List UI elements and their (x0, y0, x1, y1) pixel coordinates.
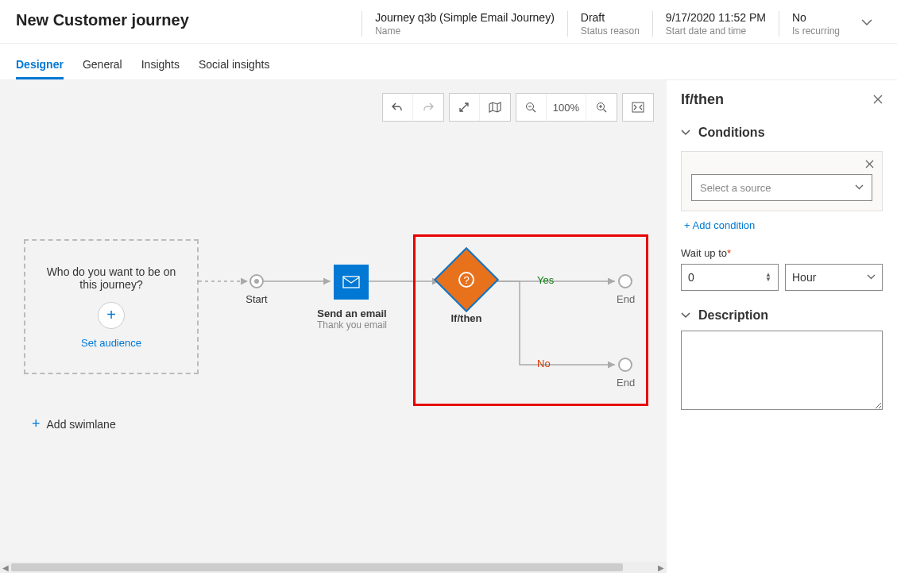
scroll-left-icon[interactable]: ◀ (0, 562, 11, 573)
properties-panel: If/then Conditions Select a source + Add… (667, 80, 897, 573)
condition-card: Select a source (681, 151, 883, 211)
header-field-recurring[interactable]: No Is recurring (779, 11, 853, 37)
start-node[interactable] (249, 274, 264, 288)
email-icon (342, 276, 360, 288)
condition-remove-button[interactable] (865, 158, 874, 171)
number-spinner[interactable]: ▲▼ (765, 273, 771, 282)
designer-canvas[interactable]: 100% Who do you want to be on this journ… (0, 80, 667, 573)
fit-to-screen-button[interactable] (623, 94, 653, 121)
chevron-down-icon (867, 271, 876, 284)
scroll-thumb[interactable] (11, 563, 623, 571)
header-field-name[interactable]: Journey q3b (Simple Email Journey) Name (362, 11, 567, 37)
end-node-no[interactable] (618, 358, 632, 372)
end-label-no: End (617, 377, 635, 389)
fullscreen-button[interactable] (450, 94, 480, 121)
description-section-toggle[interactable]: Description (681, 308, 883, 323)
header-expand-button[interactable] (853, 11, 881, 36)
svg-rect-3 (343, 277, 359, 288)
description-textarea[interactable] (681, 331, 883, 410)
tab-insights[interactable]: Insights (141, 52, 180, 79)
zoom-in-button[interactable] (586, 94, 617, 121)
wait-up-to-label: Wait up to* (681, 247, 883, 259)
panel-close-button[interactable] (873, 93, 883, 107)
tab-social-insights[interactable]: Social insights (199, 52, 270, 79)
canvas-toolbar: 100% (382, 93, 654, 122)
set-audience-link[interactable]: Set audience (81, 337, 141, 349)
map-button[interactable] (480, 94, 510, 121)
conditions-section-toggle[interactable]: Conditions (681, 126, 883, 140)
start-label: Start (241, 293, 273, 305)
add-audience-button[interactable]: + (98, 302, 125, 329)
add-condition-link[interactable]: + Add condition (681, 219, 883, 231)
scroll-right-icon[interactable]: ▶ (655, 562, 667, 573)
branch-yes-label: Yes (537, 274, 554, 286)
audience-prompt: Who do you want to be on this journey? (25, 265, 197, 291)
send-email-tile[interactable] (334, 265, 369, 300)
select-source-dropdown[interactable]: Select a source (691, 174, 872, 201)
chevron-down-icon (681, 311, 690, 320)
chevron-down-icon (681, 128, 690, 137)
email-tile-subtitle: Thank you email (300, 319, 404, 331)
tab-bar: Designer General Insights Social insight… (0, 44, 897, 80)
zoom-level[interactable]: 100% (547, 94, 586, 121)
email-tile-title: Send an email (300, 308, 404, 319)
audience-tile[interactable]: Who do you want to be on this journey? +… (24, 239, 199, 374)
end-node-yes[interactable] (618, 274, 632, 288)
wait-value-input[interactable]: 0 ▲▼ (681, 264, 779, 291)
question-icon: ? (458, 272, 474, 288)
svg-rect-2 (632, 103, 644, 112)
wait-unit-select[interactable]: Hour (785, 264, 883, 291)
if-then-tile[interactable]: ? (434, 247, 499, 312)
header-fields: Journey q3b (Simple Email Journey) Name … (362, 11, 853, 37)
if-then-label: If/then (439, 312, 494, 324)
tab-general[interactable]: General (83, 52, 122, 79)
undo-button[interactable] (383, 94, 413, 121)
header-field-start[interactable]: 9/17/2020 11:52 PM Start date and time (652, 11, 779, 37)
end-label-yes: End (617, 293, 635, 305)
header-field-status[interactable]: Draft Status reason (567, 11, 652, 37)
redo-button[interactable] (413, 94, 443, 121)
page-title: New Customer journey (16, 11, 362, 29)
zoom-out-button[interactable] (516, 94, 547, 121)
branch-no-label: No (537, 358, 551, 369)
horizontal-scrollbar[interactable]: ◀ ▶ (0, 562, 667, 573)
panel-title: If/then (681, 91, 724, 108)
chevron-down-icon (855, 182, 864, 194)
page-header: New Customer journey Journey q3b (Simple… (0, 0, 897, 44)
tab-designer[interactable]: Designer (16, 52, 64, 79)
plus-icon: + (32, 416, 41, 432)
add-swimlane-button[interactable]: + Add swimlane (32, 416, 116, 432)
